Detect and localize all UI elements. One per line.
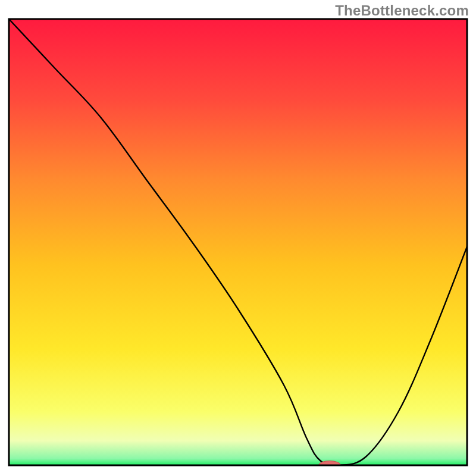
plot-area (9, 19, 467, 470)
gradient-background (9, 19, 467, 465)
watermark-text: TheBottleneck.com (335, 2, 469, 19)
chart-container: TheBottleneck.com (0, 0, 476, 476)
bottleneck-chart (0, 0, 476, 476)
